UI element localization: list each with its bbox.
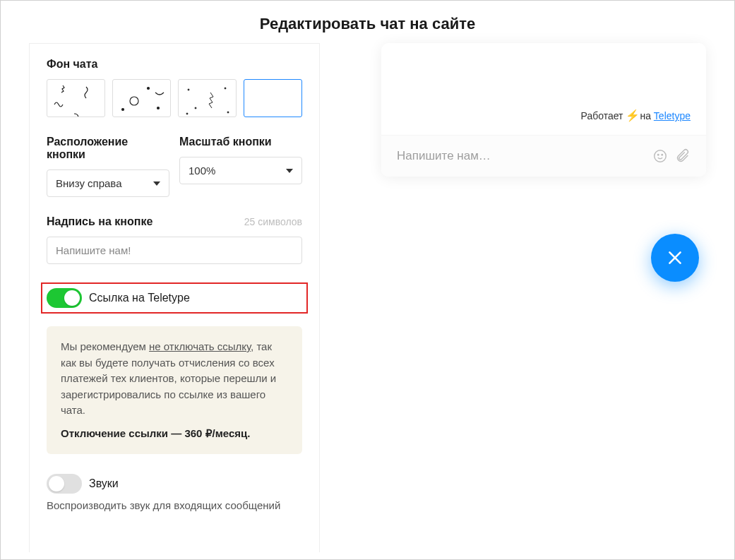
bg-options [47,79,302,117]
teletype-toggle[interactable] [47,288,82,308]
scale-select[interactable]: 100% [179,157,302,184]
position-scale-row: Расположение кнопки Внизу справа Масштаб… [47,136,302,197]
svg-point-11 [662,154,662,155]
svg-point-9 [655,150,667,162]
powered-by: Работает ⚡на Teletype [581,109,691,122]
settings-panel: Фон чата Расположение кнопки Внизу справ [29,43,320,552]
char-count: 25 символов [244,216,302,227]
lightning-icon: ⚡ [626,109,640,121]
chevron-down-icon [153,181,160,186]
scale-value: 100% [189,165,215,177]
teletype-toggle-label: Ссылка на Teletype [89,292,190,304]
preview-input[interactable]: Напишите нам… [397,149,645,163]
content-area: Фон чата Расположение кнопки Внизу справ [1,43,734,552]
svg-point-5 [195,107,196,109]
svg-point-3 [157,107,160,109]
close-icon [666,249,684,267]
svg-point-10 [658,154,659,155]
attachment-icon[interactable] [675,148,691,164]
preview-input-row: Напишите нам… [381,135,706,177]
position-col: Расположение кнопки Внизу справа [47,136,169,197]
bg-option-1[interactable] [47,79,105,117]
bg-option-blank[interactable] [244,79,302,117]
scale-col: Масштаб кнопки 100% [179,136,302,197]
preview-body: Работает ⚡на Teletype [381,43,706,135]
bg-label: Фон чата [47,58,302,71]
svg-point-7 [227,112,229,113]
edit-chat-window: Редактировать чат на сайте Фон чата Расп… [0,0,735,560]
scale-label: Масштаб кнопки [179,136,302,148]
svg-point-4 [188,89,189,90]
position-value: Внизу справа [56,177,122,189]
svg-point-2 [148,88,150,90]
toggle-knob [64,290,80,306]
info-box: Мы рекомендуем не отключать ссылку, так … [47,326,302,454]
toggle-knob [49,476,64,492]
page-title: Редактировать чат на сайте [1,1,734,43]
svg-point-8 [186,113,188,114]
button-text-label-row: Надпись на кнопке 25 символов [47,215,302,228]
svg-point-0 [130,97,138,105]
close-chat-fab[interactable] [651,234,699,282]
sounds-desc: Воспроизводить звук для входящих сообщен… [47,498,302,513]
emoji-icon[interactable] [652,148,668,164]
info-prefix: Мы рекомендуем [61,340,149,352]
powered-prefix: Работает [581,110,626,121]
chevron-down-icon [286,169,293,173]
button-text-label: Надпись на кнопке [47,215,153,228]
position-select[interactable]: Внизу справа [47,169,169,197]
sounds-toggle[interactable] [47,474,82,494]
bg-option-3[interactable] [178,79,237,117]
info-bold: Отключение ссылки — 360 ₽/месяц. [61,426,288,442]
teletype-link-row: Ссылка на Teletype [41,282,308,314]
bg-option-2[interactable] [112,79,171,117]
sounds-label: Звуки [89,477,119,490]
preview-panel: Работает ⚡на Teletype Напишите нам… [348,43,706,552]
position-label: Расположение кнопки [47,136,169,161]
svg-point-1 [122,109,124,111]
sounds-row: Звуки [47,474,302,494]
button-text-input[interactable] [47,237,302,264]
teletype-link[interactable]: Teletype [654,110,691,121]
powered-mid: на [640,110,653,121]
chat-preview: Работает ⚡на Teletype Напишите нам… [381,43,706,177]
svg-point-6 [225,88,226,89]
info-underline: не отключать ссылку [149,340,251,352]
